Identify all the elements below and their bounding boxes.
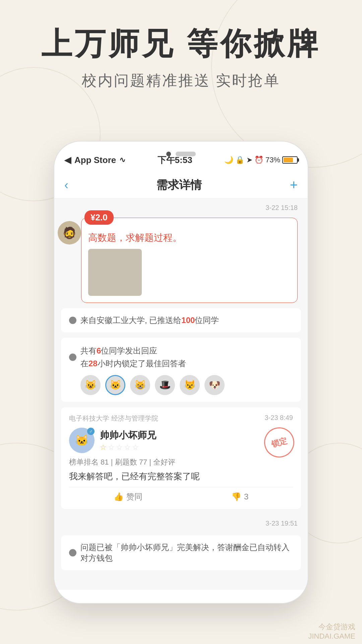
- back-button[interactable]: ‹: [64, 178, 68, 192]
- reply-avatar: 🐱 ♂: [69, 428, 95, 453]
- highlight-6: 6: [97, 346, 101, 355]
- mini-avatar-2: 🐱: [105, 375, 125, 395]
- moon-icon: 🌙: [224, 156, 233, 164]
- clock-icon: ⏰: [254, 156, 263, 164]
- response-info: 共有6位同学发出回应 在28小时内锁定了最佳回答者: [69, 344, 293, 370]
- mini-avatar-1: 😺: [80, 375, 101, 395]
- battery-percent: 73%: [265, 156, 280, 164]
- star-4: ☆: [124, 443, 131, 452]
- final-text: 问题已被「帅帅小坏师兄」完美解决，答谢酬金已自动转入对方钱包: [80, 542, 293, 564]
- timeline-dot-3: [69, 549, 76, 556]
- question-avatar: 🧔: [58, 221, 81, 245]
- info-row-1: 来自安徽工业大学, 已推送给100位同学: [61, 308, 301, 332]
- star-1: ☆: [100, 443, 107, 452]
- back-arrow-small: ◀: [64, 155, 71, 165]
- timeline-dot-2: [69, 354, 76, 361]
- reply-school-time: 电子科技大学 经济与管理学院 3-23 8:49: [69, 414, 293, 423]
- header-section: 上万师兄 等你掀牌 校内问题精准推送 实时抢单: [0, 27, 362, 91]
- approve-label: 赞同: [126, 491, 142, 502]
- dot-1: [166, 152, 171, 156]
- response-text: 共有6位同学发出回应 在28小时内锁定了最佳回答者: [80, 344, 186, 370]
- location-icon: ➤: [246, 156, 252, 164]
- star-3: ☆: [116, 443, 123, 452]
- phone-mockup: ◀ App Store ∿ 下午5:53 🌙 🔒 ➤ ⏰ 73% ‹ 需求详情 …: [54, 141, 308, 604]
- status-right: 🌙 🔒 ➤ ⏰ 73%: [224, 156, 298, 164]
- reply-name: 帅帅小坏师兄: [100, 429, 156, 442]
- final-timestamp: 3-23 19:51: [54, 514, 308, 530]
- highlight-28: 28: [88, 359, 98, 368]
- reply-card: 电子科技大学 经济与管理学院 3-23 8:49 🐱 ♂ 帅帅小坏师兄 ☆ ☆ …: [61, 407, 301, 509]
- mini-avatar-6: 🐶: [204, 375, 225, 395]
- price-badge: ¥2.0: [84, 210, 114, 225]
- mini-avatar-3: 😸: [130, 375, 150, 395]
- nav-title: 需求详情: [156, 177, 202, 193]
- sub-title: 校内问题精准推送 实时抢单: [0, 71, 362, 91]
- watermark: 今金贷游戏 JINDAI.GAME: [308, 622, 355, 641]
- reply-time: 3-23 8:49: [264, 414, 293, 423]
- reply-content: 我来解答吧，已经有完整答案了呢: [69, 471, 293, 482]
- dot-2: [176, 152, 196, 156]
- approve-button[interactable]: 👍 赞同: [114, 491, 142, 502]
- reply-stats: 榜单排名 81 | 刷题数 77 | 全好评: [69, 457, 293, 467]
- mini-avatar-5: 😾: [180, 375, 200, 395]
- nav-bar: ‹ 需求详情 +: [54, 172, 308, 199]
- final-message: 问题已被「帅帅小坏师兄」完美解决，答谢酬金已自动转入对方钱包: [61, 535, 301, 570]
- pagination: [166, 152, 196, 156]
- gender-badge: ♂: [87, 428, 95, 435]
- reply-actions: 👍 赞同 👎 3: [69, 487, 293, 502]
- stars: ☆ ☆ ☆ ☆ ☆: [100, 443, 156, 452]
- question-section: 🧔 ¥2.0 高数题，求解题过程。: [81, 218, 298, 303]
- watermark-line1: 今金贷游戏: [308, 622, 355, 632]
- battery-icon: [282, 156, 298, 164]
- highlight-100: 100: [181, 316, 195, 325]
- thumbs-down-icon: 👎: [231, 492, 241, 501]
- battery-fill: [284, 158, 293, 162]
- question-image: [88, 249, 142, 296]
- timeline-dot-1: [69, 317, 76, 324]
- thumbs-up-icon: 👍: [114, 492, 124, 501]
- disapprove-count: 3: [244, 492, 248, 501]
- content-area: 3-22 15:18 🧔 ¥2.0 高数题，求解题过程。 来自安: [54, 199, 308, 590]
- star-5: ☆: [132, 443, 139, 452]
- reply-school: 电子科技大学 经济与管理学院: [69, 414, 158, 423]
- reply-user-info: 帅帅小坏师兄 ☆ ☆ ☆ ☆ ☆: [100, 429, 156, 452]
- response-section: 共有6位同学发出回应 在28小时内锁定了最佳回答者 😺 🐱 😸 🎩 😾 🐶: [61, 338, 301, 402]
- question-card: 高数题，求解题过程。: [81, 218, 298, 303]
- question-text: 高数题，求解题过程。: [88, 231, 291, 244]
- mini-avatar-4: 🎩: [155, 375, 175, 395]
- app-store-label: App Store: [74, 155, 116, 165]
- reply-user-row: 🐱 ♂ 帅帅小坏师兄 ☆ ☆ ☆ ☆ ☆: [69, 428, 293, 453]
- watermark-line2: JINDAI.GAME: [308, 632, 355, 641]
- avatars-row: 😺 🐱 😸 🎩 😾 🐶: [80, 375, 293, 395]
- info-text-1: 来自安徽工业大学, 已推送给100位同学: [80, 315, 219, 326]
- status-left: ◀ App Store ∿: [64, 155, 125, 165]
- star-2: ☆: [108, 443, 115, 452]
- lock-icon: 🔒: [235, 156, 244, 164]
- main-title: 上万师兄 等你掀牌: [0, 27, 362, 61]
- disapprove-button[interactable]: 👎 3: [231, 491, 248, 502]
- add-button[interactable]: +: [290, 177, 298, 193]
- wifi-icon: ∿: [119, 156, 125, 164]
